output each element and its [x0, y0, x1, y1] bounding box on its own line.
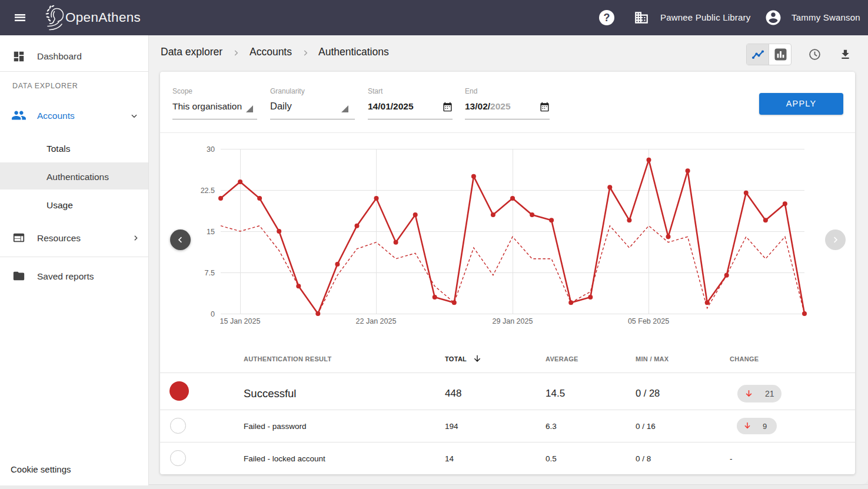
svg-text:22.5: 22.5	[201, 187, 215, 195]
svg-text:05 Feb 2025: 05 Feb 2025	[628, 317, 669, 325]
svg-text:15: 15	[207, 228, 215, 236]
svg-text:15 Jan 2025: 15 Jan 2025	[220, 317, 261, 325]
svg-text:30: 30	[207, 145, 215, 154]
svg-text:7.5: 7.5	[205, 269, 215, 277]
svg-text:22 Jan 2025: 22 Jan 2025	[356, 317, 397, 325]
svg-text:0: 0	[211, 310, 215, 318]
svg-text:29 Jan 2025: 29 Jan 2025	[493, 317, 533, 325]
